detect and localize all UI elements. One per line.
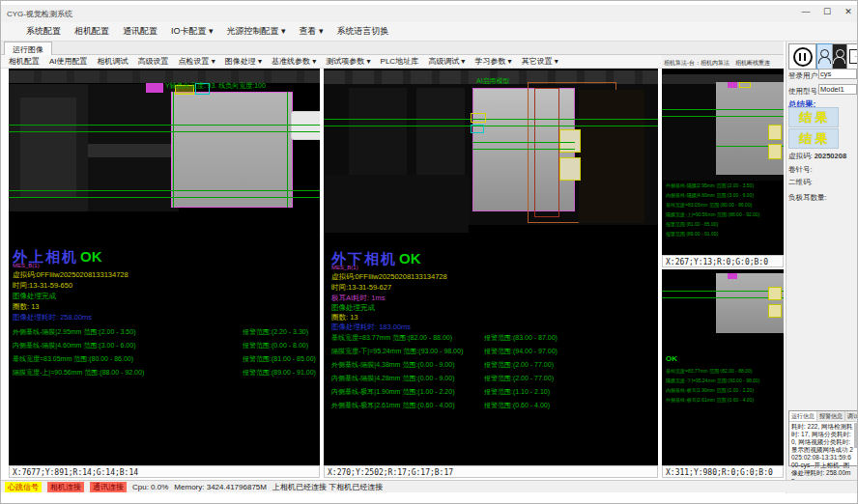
mid-view-coordinate-bar: X:270;Y:2502;R:17;G:17;B:17 <box>324 465 658 478</box>
fixture-shape <box>324 175 469 233</box>
tool-baseline-params[interactable]: 基准线参数 ▾ <box>272 56 316 67</box>
tool-ai-use-config[interactable]: AI使用配置 <box>49 56 88 67</box>
tab-highlight <box>768 287 782 300</box>
thumb-column-header: 相机算法-台：相机内算法 相机断线重连 <box>662 55 784 69</box>
turns-label: 圈数: 13 <box>331 313 358 322</box>
virtual-code-value: 20250208 <box>815 152 846 160</box>
measure-line <box>662 297 784 298</box>
tool-bar: 相机配置 AI使用配置 相机调试 高级设置 点检设置 ▾ 图像处理 ▾ 基准线参… <box>1 55 662 69</box>
user-manage-button[interactable] <box>832 43 847 70</box>
camera-view-outer-upper[interactable]: Y轴负向宽度: 93. 线负向宽度:100 外上相机OK MES_B(1) 虚拟… <box>9 69 320 465</box>
tool-plc-address-table[interactable]: PLC地址库 <box>381 56 419 67</box>
mini-measurement-line: 报警范围:(81.00 - 85.00) <box>666 221 718 227</box>
info-scrollbar[interactable] <box>854 423 857 448</box>
battery-cell-region <box>716 273 784 333</box>
mes-label: MES_B(1) <box>331 265 358 270</box>
camera-view-outer-lower[interactable]: AI启用模型 外下相机OK MES_B(1) 虚拟码:0FFIiiw202502… <box>324 69 658 465</box>
roi-box-yellow <box>471 113 486 123</box>
tab-run-image[interactable]: 运行图像 <box>4 42 52 55</box>
tool-advanced-settings[interactable]: 高级设置 <box>138 56 169 67</box>
info-tab-run[interactable]: 运行信息 <box>789 411 817 421</box>
fixture-shape <box>416 88 465 184</box>
measure-line <box>472 142 575 143</box>
window-title: CYG-视觉检测系统 <box>7 9 72 19</box>
maximize-button[interactable]: ☐ <box>820 7 834 16</box>
menu-comm-config[interactable]: 通讯配置 <box>123 25 157 38</box>
roi-box-yellow <box>739 82 751 88</box>
measure-line <box>9 190 320 191</box>
measurement-row: 基线宽度=83.05mm 范围:(80.00 - 86.00) <box>13 354 133 364</box>
pause-button[interactable] <box>788 43 816 70</box>
menu-language-switch[interactable]: 系统语言切换 <box>337 25 389 38</box>
login-user-label: 登录用户: <box>788 71 819 81</box>
menu-light-control-config[interactable]: 光源控制配置 ▾ <box>227 25 286 38</box>
alarm-range: 报警范围:(0.00 - 8.00) <box>243 341 308 350</box>
camera-connect-badge: 相机连接 <box>47 482 84 492</box>
measurement-row: 隔膜宽度-上|=90.56mm 范围:(88.00 - 92.00) <box>13 368 144 378</box>
thumbnail-view-1[interactable]: 外侧基线-隔膜|2.95mm 范围:(2.00 - 3.50) 内侧基线-隔膜|… <box>662 69 784 255</box>
mini-measurement-line: 隔膜宽度-上|=90.56mm 范围:(88.00 - 92.00) <box>666 211 759 217</box>
tool-test-item-params[interactable]: 测试项参数 ▾ <box>326 56 370 67</box>
info-panel: 运行信息 报警信息 调试信息 耗时: 222, 网络检测耗时: 17, 网络分类… <box>788 410 858 466</box>
tool-other-settings[interactable]: 其它设置 ▾ <box>522 56 558 67</box>
process-done-label: 图像处理完成 <box>331 303 375 313</box>
winding-pin-label: 卷针号: <box>788 165 813 175</box>
alarm-range: 报警范围:(1.10 - 2.10) <box>484 387 550 397</box>
exit-button[interactable] <box>846 43 858 70</box>
tab-highlight <box>768 144 782 159</box>
info-tab-alarm[interactable]: 报警信息 <box>817 411 845 421</box>
ai-model-label: AI启用模型 <box>476 76 510 86</box>
alarm-range: 报警范围:(2.00 - 77.00) <box>484 374 554 383</box>
result-display-2: 结 果 <box>788 128 839 149</box>
info-tabs: 运行信息 报警信息 调试信息 <box>789 411 857 422</box>
measure-line <box>9 131 320 132</box>
tool-image-processing[interactable]: 图像处理 ▾ <box>225 56 262 67</box>
measure-line <box>9 197 320 198</box>
app-window: CYG-视觉检测系统 — ☐ ✕ C 系统配置 相机配置 通讯配置 IO卡配置 … <box>0 0 858 504</box>
barcode-label: 虚拟码:0FFIiiw20250208133134728 <box>331 272 447 282</box>
tool-camera-config[interactable]: 相机配置 <box>9 56 40 67</box>
thumb2-coordinate-bar: X:311;Y:980;R:0;G:0;B:0 <box>662 465 784 478</box>
menu-system-config[interactable]: 系统配置 <box>26 25 61 38</box>
result-display-1: 结 果 <box>788 107 839 127</box>
tool-learning-params[interactable]: 学习参数 ▾ <box>474 56 511 67</box>
left-view-coordinate-bar: X:7677;Y:891;R:14;G:14;B:14 <box>9 465 320 478</box>
mini-measurement-line: 基线宽度=83.77mm 范围:(82.00 - 88.00) <box>666 368 752 374</box>
user-dark-icon <box>836 49 844 58</box>
result-ok-label: OK <box>80 248 102 265</box>
measurement-row: 外侧基线-隔膜|2.95mm 范围:(2.00 - 3.50) <box>13 327 135 337</box>
user-login-button[interactable] <box>816 43 833 70</box>
tool-advanced-debug[interactable]: 高级调试 ▾ <box>428 56 465 67</box>
alarm-range: 报警范围:(2.20 - 3.30) <box>243 327 308 337</box>
tool-spotcheck-settings[interactable]: 点检设置 ▾ <box>179 56 215 67</box>
dark-roller-region <box>579 90 644 223</box>
title-bar: CYG-视觉检测系统 — ☐ ✕ <box>1 5 858 22</box>
gripper-connector <box>291 111 320 140</box>
time-label: 时间:13-31-59-627 <box>331 283 391 293</box>
model-label: 使用型号: <box>788 87 819 97</box>
mini-result-ok-label: OK <box>666 354 677 363</box>
measure-line <box>9 125 320 126</box>
info-log-text: 耗时: 222, 网络检测耗时: 17, 网络分类耗时: 0, 网络视频分类耗时… <box>789 422 857 486</box>
right-sidebar: 登录用户: 使用型号: 总结果: 结 果 结 果 虚拟码: 20250208 卷… <box>786 42 858 493</box>
menu-bar: 系统配置 相机配置 通讯配置 IO卡配置 ▾ 光源控制配置 ▾ 查看 ▾ 系统语… <box>1 22 858 42</box>
model-input[interactable] <box>818 84 857 95</box>
minimize-button[interactable]: — <box>799 7 813 16</box>
window-controls: — ☐ ✕ <box>799 7 855 16</box>
tab-highlight <box>768 304 782 318</box>
exit-door-icon <box>849 49 858 64</box>
info-tab-debug[interactable]: 调试信息 <box>845 411 858 421</box>
measure-line <box>662 109 784 110</box>
tool-camera-debug[interactable]: 相机调试 <box>98 56 129 67</box>
login-user-input[interactable] <box>818 69 857 79</box>
menu-view[interactable]: 查看 ▾ <box>300 25 324 38</box>
menu-camera-config[interactable]: 相机配置 <box>74 25 109 38</box>
close-button[interactable]: ✕ <box>842 7 855 16</box>
menu-io-card-config[interactable]: IO卡配置 ▾ <box>171 25 214 38</box>
virtual-code-row: 虚拟码: 20250208 <box>788 152 846 161</box>
fixture-left-inner <box>20 98 76 198</box>
measurement-row: 内侧基线-隔膜|4.60mm 范围:(3.00 - 6.00) <box>13 341 135 350</box>
cpu-usage-text: Cpu: 0.0% <box>132 483 168 491</box>
tab-highlight <box>559 157 581 181</box>
thumbnail-view-2[interactable]: OK 基线宽度=83.77mm 范围:(82.00 - 88.00) 隔膜宽度-… <box>662 269 784 465</box>
